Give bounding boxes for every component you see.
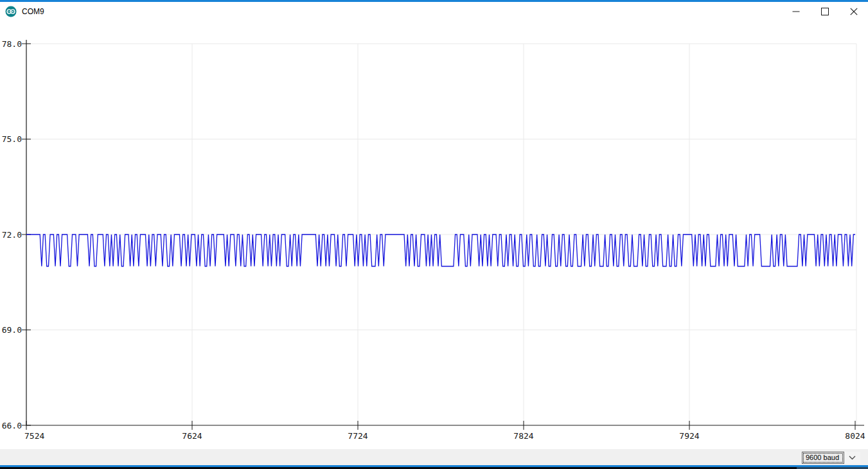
window-title: COM9	[22, 7, 44, 16]
window-top-border	[0, 0, 868, 2]
window-controls	[781, 2, 868, 21]
x-tick-label: 7524	[24, 431, 44, 441]
x-tick-label: 8024	[845, 431, 865, 441]
close-button[interactable]	[839, 2, 868, 21]
maximize-icon	[821, 8, 829, 15]
statusbar: 9600 baud	[0, 449, 868, 465]
x-tick-label: 7924	[679, 431, 699, 441]
signal-trace	[26, 234, 855, 267]
serial-plot: 78.075.072.069.066.075247624772478247924…	[0, 0, 868, 469]
baud-value: 9600 baud	[802, 452, 844, 464]
arduino-icon	[5, 6, 17, 17]
y-tick-label: 75.0	[2, 134, 22, 144]
close-icon	[850, 8, 858, 15]
minimize-icon	[792, 8, 800, 15]
y-tick-label: 72.0	[2, 230, 22, 240]
baud-combobox[interactable]: 9600 baud	[802, 452, 860, 464]
x-tick-label: 7624	[182, 431, 202, 441]
x-tick-label: 7724	[348, 431, 368, 441]
x-tick-label: 7824	[513, 431, 533, 441]
y-tick-label: 78.0	[2, 39, 22, 49]
window-titlebar: COM9	[0, 2, 868, 21]
y-tick-label: 69.0	[2, 325, 22, 335]
maximize-button[interactable]	[810, 2, 839, 21]
chevron-down-icon[interactable]	[844, 452, 860, 464]
minimize-button[interactable]	[781, 2, 810, 21]
y-tick-label: 66.0	[2, 421, 22, 430]
